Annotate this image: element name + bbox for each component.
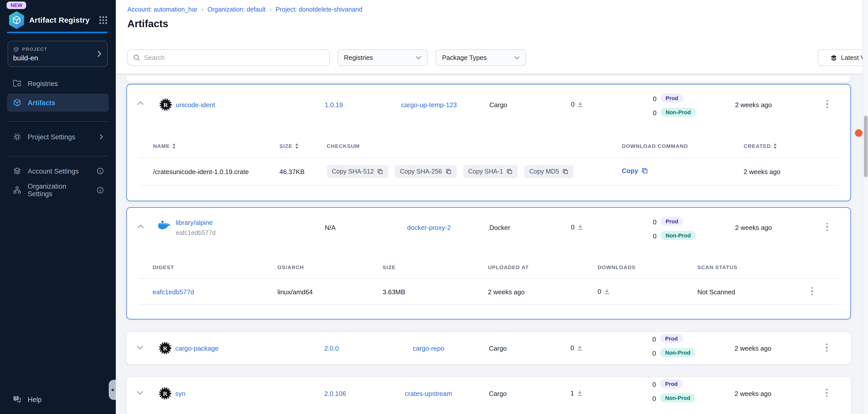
latest-versions-button[interactable]: Latest Versions <box>818 50 868 65</box>
search-input[interactable] <box>144 54 324 61</box>
artifact-card-library-alpine: library/alpine eafc1edb577d N/A docker-p… <box>126 207 851 319</box>
sidebar: NEW Artifact Registry PROJECT build-en R… <box>0 0 116 414</box>
row-menu-button[interactable] <box>822 221 833 232</box>
brand: Artifact Registry <box>0 9 116 31</box>
non-prod-badge: Non-Prod <box>660 393 695 403</box>
sidebar-item-artifacts[interactable]: Artifacts <box>7 94 109 112</box>
download-icon <box>577 224 584 230</box>
artifact-name-link[interactable]: syn <box>175 390 185 398</box>
info-icon[interactable] <box>97 168 109 175</box>
versions-view-toggle: Latest Versions All Versions <box>818 49 868 66</box>
non-prod-badge: Non-Prod <box>660 348 695 357</box>
row-menu-button[interactable] <box>821 342 832 353</box>
sidebar-collapse-handle[interactable]: ◀ <box>109 380 116 400</box>
uploaded-at: 2 weeks ago <box>488 288 525 296</box>
help-button[interactable]: ? Help <box>7 390 109 409</box>
app-window: NEW Artifact Registry PROJECT build-en R… <box>0 0 868 414</box>
downloads-cell: 0 <box>598 288 610 295</box>
package-type: Docker <box>489 224 510 231</box>
file-name: /cratesunicode-ident-1.0.19.crate <box>153 168 249 176</box>
copy-md5-button[interactable]: Copy MD5 <box>524 165 574 178</box>
docker-icon <box>157 219 172 232</box>
artifact-card-syn: R syn 2.0.106 crates-upstream Cargo 1 0 … <box>126 377 851 414</box>
collapse-row-button[interactable] <box>137 224 144 229</box>
collapse-row-button[interactable] <box>137 101 144 106</box>
column-header-download-command: DOWNLOAD COMMAND <box>622 143 688 149</box>
copy-sha1-button[interactable]: Copy SHA-1 <box>463 165 518 178</box>
copy-download-command-button[interactable]: Copy <box>622 167 648 175</box>
artifact-name-link[interactable]: unicode-ident <box>176 101 215 109</box>
breadcrumb-account-link[interactable]: Account: automation_har <box>127 6 197 13</box>
artifact-registry-link[interactable]: crates-upstream <box>388 390 469 398</box>
downloads-count: 0 <box>571 101 575 108</box>
column-header-scan-status: SCAN STATUS <box>697 264 737 270</box>
breadcrumb-project-link[interactable]: Project: donotdelete-shivanand <box>276 6 363 13</box>
artifact-name-link[interactable]: library/alpine <box>176 219 213 227</box>
prod-count: 0 <box>650 218 656 226</box>
artifact-version-link[interactable]: 1.0.19 <box>325 101 343 109</box>
expand-row-button[interactable] <box>136 390 144 395</box>
artifact-registry-link[interactable]: cargo-repo <box>388 345 469 352</box>
help-label: Help <box>28 395 42 403</box>
info-icon[interactable] <box>97 186 109 194</box>
artifact-registry-link[interactable]: cargo-up-temp-123 <box>389 101 469 109</box>
registries-filter-dropdown[interactable]: Registries <box>337 49 428 66</box>
app-logo-cube-icon <box>8 11 25 29</box>
column-header-size[interactable]: SIZE <box>279 143 299 149</box>
project-selector[interactable]: PROJECT build-en <box>7 41 108 67</box>
artifact-version-link[interactable]: 2.0.106 <box>324 390 346 398</box>
scrollbar-track[interactable] <box>863 0 868 414</box>
downloads-count: 0 <box>571 223 575 231</box>
row-menu-button[interactable] <box>807 286 818 297</box>
download-icon <box>604 288 610 295</box>
registries-filter-label: Registries <box>344 54 373 61</box>
artifact-registry-link[interactable]: docker-proxy-2 <box>389 224 469 231</box>
expand-row-button[interactable] <box>136 345 144 350</box>
breadcrumb-organization-link[interactable]: Organization: default <box>208 6 266 13</box>
artifact-digest-subtext: eafc1edb577d <box>176 230 216 236</box>
sidebar-item-label: Account Settings <box>28 167 79 175</box>
artifact-version: N/A <box>325 224 336 231</box>
scrollbar-thumb[interactable] <box>864 116 868 177</box>
package-types-filter-dropdown[interactable]: Package Types <box>435 49 526 66</box>
downloads-count: 0 <box>570 344 574 352</box>
created-date: 2 weeks ago <box>735 224 772 231</box>
search-icon <box>133 54 141 61</box>
row-menu-button[interactable] <box>821 387 832 399</box>
copy-sha256-button[interactable]: Copy SHA-256 <box>395 165 457 178</box>
column-header-created[interactable]: CREATED <box>744 143 777 149</box>
breadcrumb: Account: automation_har › Organization: … <box>127 6 362 13</box>
checksum-buttons: Copy SHA-512 Copy SHA-256 Copy SHA-1 Cop… <box>327 165 574 178</box>
sidebar-item-account-settings[interactable]: Account Settings <box>7 162 109 180</box>
copy-sha512-button[interactable]: Copy SHA-512 <box>327 165 389 178</box>
app-title: Artifact Registry <box>29 15 90 24</box>
project-name: build-en <box>13 54 102 62</box>
sidebar-item-project-settings[interactable]: Project Settings <box>7 128 109 146</box>
sidebar-item-label: Project Settings <box>28 133 75 141</box>
artifact-version-link[interactable]: 2.0.0 <box>324 345 339 352</box>
org-chart-icon <box>12 185 22 195</box>
layers-icon <box>831 54 838 61</box>
app-switcher-grid-icon[interactable] <box>99 15 108 25</box>
prod-count: 0 <box>650 95 656 103</box>
downloads-cell: 1 <box>570 389 583 397</box>
svg-text:R: R <box>163 102 168 108</box>
digest-link[interactable]: eafc1edb577d <box>153 288 194 296</box>
non-prod-count: 0 <box>650 232 656 240</box>
created-date: 2 weeks ago <box>735 390 771 398</box>
sidebar-item-label: Registries <box>28 80 58 87</box>
package-types-filter-label: Package Types <box>442 54 487 61</box>
notification-dot[interactable] <box>855 129 863 137</box>
sidebar-item-organization-settings[interactable]: Organization Settings <box>7 181 109 199</box>
download-icon <box>577 101 584 108</box>
svg-text:R: R <box>163 390 167 397</box>
downloads-cell: 0 <box>571 101 584 108</box>
file-size: 46.37KB <box>279 168 305 176</box>
row-menu-button[interactable] <box>822 99 833 110</box>
page-header: Account: automation_har › Organization: … <box>116 0 863 73</box>
column-header-name[interactable]: NAME <box>153 143 176 149</box>
downloads-count: 1 <box>570 389 574 397</box>
artifact-name-link[interactable]: cargo-package <box>175 345 218 352</box>
sidebar-item-registries[interactable]: Registries <box>7 74 109 93</box>
rust-icon: R <box>159 387 172 400</box>
